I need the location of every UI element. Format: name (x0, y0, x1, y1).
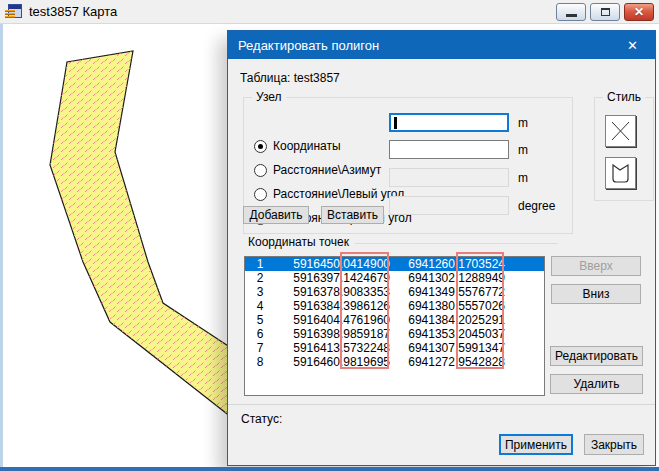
a-unit-label: degree (518, 199, 555, 213)
screen: test3857 Карта ✕ Редактировать полигон ✕… (0, 0, 659, 471)
radio-coordinates[interactable]: Координаты (254, 138, 341, 154)
radio-distance-left-angle[interactable]: Расстояние\Левый угол (254, 186, 404, 202)
status-label: Статус: (241, 412, 282, 426)
dialog-titlebar[interactable]: Редактировать полигон ✕ (228, 31, 655, 59)
row-index: 6 (245, 327, 275, 341)
close-icon: ✕ (634, 6, 644, 18)
map-window-title: test3857 Карта (29, 4, 117, 19)
background-window-edge (0, 467, 659, 471)
row-index: 7 (245, 341, 275, 355)
apply-button[interactable]: Применить (499, 434, 573, 455)
status-separator (228, 404, 655, 405)
polygon-shape[interactable] (50, 51, 245, 428)
window-controls: ✕ (556, 3, 654, 21)
move-down-button[interactable]: Вниз (551, 284, 641, 304)
map-window-icon (5, 4, 22, 20)
row-index: 4 (245, 299, 275, 313)
points-section-title: Координаты точек (248, 235, 349, 249)
row-index: 8 (245, 355, 275, 369)
x-unit-label: m (518, 116, 528, 130)
minimize-icon (566, 14, 577, 17)
close-dialog-button[interactable]: Закрыть (584, 434, 644, 455)
edit-polygon-dialog: Редактировать полигон ✕ Таблица: test385… (227, 30, 656, 466)
maximize-button[interactable] (590, 3, 620, 21)
radio-label: Координаты (273, 139, 341, 153)
radio-icon (254, 188, 267, 201)
points-section-header: Координаты точек (248, 235, 558, 249)
node-group-title: Узел (252, 90, 286, 104)
dialog-title: Редактировать полигон (228, 38, 379, 53)
radio-icon (254, 140, 267, 153)
radio-label: Расстояние\Левый угол (273, 187, 404, 201)
fill-style-icon (610, 162, 631, 184)
s-input (389, 168, 509, 187)
dialog-close-button[interactable]: ✕ (610, 31, 655, 59)
row-index: 1 (245, 257, 275, 271)
insert-button[interactable]: Вставить (321, 206, 384, 224)
line-style-button[interactable] (605, 115, 636, 147)
fill-style-button[interactable] (605, 157, 636, 189)
header-rule (355, 243, 558, 244)
move-up-button[interactable]: Вверх (551, 256, 641, 276)
row-index: 2 (245, 271, 275, 285)
s-unit-label: m (518, 171, 528, 185)
line-style-icon (610, 120, 631, 142)
annotation-box-y-fraction (456, 252, 504, 369)
a-input (389, 196, 509, 215)
text-caret (394, 117, 397, 129)
edit-button[interactable]: Редактировать (550, 346, 643, 366)
row-index: 3 (245, 285, 275, 299)
y-unit-label: m (518, 143, 528, 157)
maximize-icon (601, 8, 610, 16)
radio-distance-azimuth[interactable]: Расстояние\Азимут (254, 162, 381, 178)
minimize-button[interactable] (556, 3, 586, 21)
add-button[interactable]: Добавить (243, 206, 309, 224)
x-input[interactable] (389, 113, 509, 132)
close-window-button[interactable]: ✕ (624, 3, 654, 21)
table-label: Таблица: test3857 (240, 71, 340, 85)
radio-label: Расстояние\Азимут (273, 163, 381, 177)
annotation-box-x-fraction (340, 252, 389, 369)
y-input[interactable] (389, 140, 509, 159)
style-group-title: Стиль (603, 90, 645, 104)
row-index: 5 (245, 313, 275, 327)
radio-icon (254, 164, 267, 177)
style-group: Стиль (594, 97, 654, 201)
delete-button[interactable]: Удалить (550, 374, 643, 394)
